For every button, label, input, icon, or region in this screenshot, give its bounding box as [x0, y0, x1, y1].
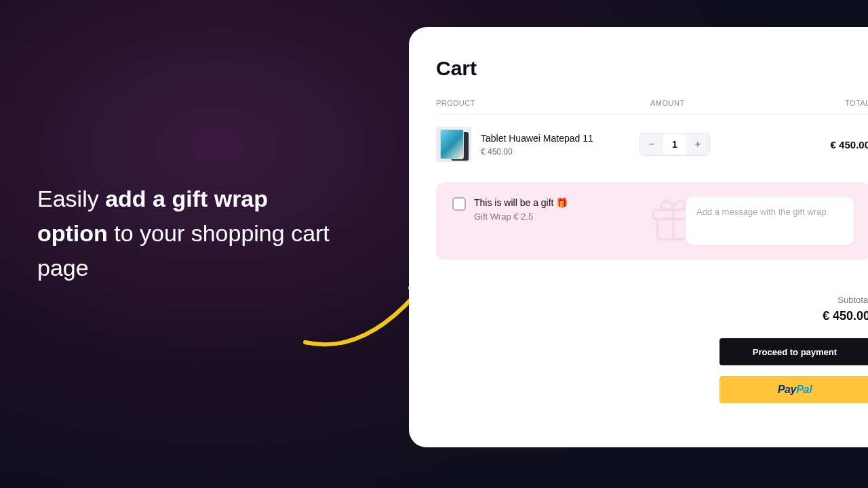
gift-wrap-box: This is will be a gift 🎁 Gift Wrap € 2.5 — [436, 182, 868, 260]
col-total-header: TOTAL — [775, 99, 868, 107]
gift-checkbox[interactable] — [452, 197, 466, 211]
qty-decrease-button[interactable]: − — [640, 134, 663, 155]
gift-price-label: Gift Wrap € 2.5 — [474, 211, 568, 222]
product-cell: Tablet Huawei Matepad 11 € 450.00 — [436, 127, 639, 162]
product-thumbnail — [436, 127, 471, 162]
product-unit-price: € 450.00 — [481, 147, 593, 157]
cart-item-row: Tablet Huawei Matepad 11 € 450.00 − 1 + … — [436, 115, 868, 180]
cart-table-header: PRODUCT AMOUNT TOTAL — [436, 99, 868, 115]
subtotal-label: Subtotal — [837, 295, 868, 305]
gift-message-input[interactable] — [686, 197, 854, 245]
paypal-button[interactable]: PayPal — [719, 376, 868, 403]
cart-panel: Cart PRODUCT AMOUNT TOTAL Tablet Huawei … — [409, 27, 868, 447]
paypal-pal-text: Pal — [796, 384, 812, 396]
gift-text: This is will be a gift 🎁 Gift Wrap € 2.5 — [474, 197, 568, 222]
headline-pre: Easily — [37, 186, 105, 211]
amount-cell: − 1 + — [639, 133, 775, 156]
product-name: Tablet Huawei Matepad 11 — [481, 133, 593, 144]
cart-footer: Subtotal € 450.00 Proceed to payment Pay… — [436, 295, 868, 403]
gift-left: This is will be a gift 🎁 Gift Wrap € 2.5 — [452, 197, 672, 222]
line-total: € 450.00 — [775, 139, 868, 150]
marketing-headline: Easily add a gift wrap option to your sh… — [37, 182, 336, 285]
subtotal-value: € 450.00 — [823, 309, 868, 323]
col-amount-header: AMOUNT — [639, 99, 775, 107]
cart-title: Cart — [436, 57, 868, 80]
qty-increase-button[interactable]: + — [686, 134, 709, 155]
qty-value: 1 — [663, 139, 686, 150]
col-product-header: PRODUCT — [436, 99, 639, 107]
product-info: Tablet Huawei Matepad 11 € 450.00 — [481, 133, 593, 157]
proceed-to-payment-button[interactable]: Proceed to payment — [719, 338, 868, 365]
gift-label: This is will be a gift 🎁 — [474, 197, 568, 208]
quantity-stepper: − 1 + — [639, 133, 710, 156]
paypal-pay-text: Pay — [778, 384, 797, 396]
